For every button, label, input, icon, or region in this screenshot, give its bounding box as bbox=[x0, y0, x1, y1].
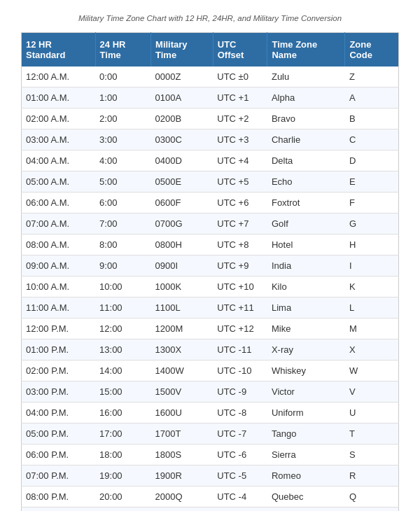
table-cell: L bbox=[345, 298, 399, 318]
table-cell: Lima bbox=[267, 298, 345, 318]
table-cell: 03:00 A.M. bbox=[22, 130, 96, 150]
table-cell: Delta bbox=[267, 150, 345, 172]
table-row: 09:00 P.M.21:002100PUTC -3PapaP bbox=[22, 507, 399, 512]
table-cell: 3:00 bbox=[95, 130, 150, 150]
table-cell: 14:00 bbox=[95, 360, 150, 382]
table-cell: R bbox=[345, 465, 399, 486]
table-cell: 4:00 bbox=[95, 150, 150, 172]
table-cell: 20:00 bbox=[95, 486, 150, 507]
table-cell: 06:00 A.M. bbox=[22, 192, 96, 214]
table-cell: Kilo bbox=[267, 276, 345, 298]
table-cell: Mike bbox=[267, 318, 345, 340]
table-row: 04:00 A.M.4:000400DUTC +4DeltaD bbox=[22, 150, 399, 172]
table-cell: 1600U bbox=[151, 402, 214, 424]
table-cell: 0900I bbox=[151, 255, 214, 276]
table-cell: 5:00 bbox=[95, 172, 150, 192]
table-cell: 0800H bbox=[151, 234, 214, 255]
column-header: Zone Code bbox=[345, 33, 399, 67]
table-cell: X bbox=[345, 340, 399, 360]
table-cell: S bbox=[345, 444, 399, 465]
table-cell: 02:00 P.M. bbox=[22, 360, 96, 382]
table-cell: UTC +8 bbox=[213, 234, 267, 255]
table-cell: 2:00 bbox=[95, 108, 150, 130]
table-row: 03:00 A.M.3:000300CUTC +3CharlieC bbox=[22, 130, 399, 150]
table-cell: UTC -4 bbox=[213, 486, 267, 507]
table-row: 08:00 A.M.8:000800HUTC +8HotelH bbox=[22, 234, 399, 255]
table-cell: 09:00 A.M. bbox=[22, 255, 96, 276]
table-cell: 05:00 P.M. bbox=[22, 424, 96, 444]
table-cell: 1:00 bbox=[95, 88, 150, 108]
table-cell: 12:00 A.M. bbox=[22, 66, 96, 88]
table-cell: I bbox=[345, 255, 399, 276]
table-row: 04:00 P.M.16:001600UUTC -8UniformU bbox=[22, 402, 399, 424]
table-cell: E bbox=[345, 172, 399, 192]
table-cell: 1700T bbox=[151, 424, 214, 444]
table-cell: 1800S bbox=[151, 444, 214, 465]
table-cell: 0200B bbox=[151, 108, 214, 130]
table-cell: V bbox=[345, 382, 399, 402]
table-cell: UTC +11 bbox=[213, 298, 267, 318]
table-cell: 07:00 P.M. bbox=[22, 465, 96, 486]
table-cell: Zulu bbox=[267, 66, 345, 88]
table-cell: Charlie bbox=[267, 130, 345, 150]
table-cell: 08:00 P.M. bbox=[22, 486, 96, 507]
table-cell: 0400D bbox=[151, 150, 214, 172]
table-cell: Quebec bbox=[267, 486, 345, 507]
page-subtitle: Military Time Zone Chart with 12 HR, 24H… bbox=[21, 14, 399, 22]
table-row: 12:00 A.M.0:000000ZUTC ±0ZuluZ bbox=[22, 66, 399, 88]
table-cell: Bravo bbox=[267, 108, 345, 130]
table-cell: 05:00 A.M. bbox=[22, 172, 96, 192]
table-cell: 07:00 A.M. bbox=[22, 214, 96, 234]
table-cell: Z bbox=[345, 66, 399, 88]
table-cell: 2000Q bbox=[151, 486, 214, 507]
table-cell: 16:00 bbox=[95, 402, 150, 424]
table-cell: Echo bbox=[267, 172, 345, 192]
table-row: 05:00 A.M.5:000500EUTC +5EchoE bbox=[22, 172, 399, 192]
table-cell: Sierra bbox=[267, 444, 345, 465]
table-cell: B bbox=[345, 108, 399, 130]
table-cell: 0:00 bbox=[95, 66, 150, 88]
table-cell: Victor bbox=[267, 382, 345, 402]
table-cell: 17:00 bbox=[95, 424, 150, 444]
table-cell: UTC +6 bbox=[213, 192, 267, 214]
table-cell: UTC +2 bbox=[213, 108, 267, 130]
table-cell: D bbox=[345, 150, 399, 172]
table-cell: 11:00 bbox=[95, 298, 150, 318]
table-cell: M bbox=[345, 318, 399, 340]
column-header: Military Time bbox=[151, 33, 214, 67]
table-cell: UTC +1 bbox=[213, 88, 267, 108]
table-cell: UTC +4 bbox=[213, 150, 267, 172]
table-cell: 12:00 P.M. bbox=[22, 318, 96, 340]
table-cell: 7:00 bbox=[95, 214, 150, 234]
table-cell: UTC ±0 bbox=[213, 66, 267, 88]
table-cell: 1100L bbox=[151, 298, 214, 318]
table-cell: P bbox=[345, 507, 399, 512]
table-cell: 1400W bbox=[151, 360, 214, 382]
table-cell: UTC -9 bbox=[213, 382, 267, 402]
table-cell: UTC -6 bbox=[213, 444, 267, 465]
table-cell: 04:00 A.M. bbox=[22, 150, 96, 172]
table-row: 12:00 P.M.12:001200MUTC +12MikeM bbox=[22, 318, 399, 340]
table-cell: Whiskey bbox=[267, 360, 345, 382]
table-cell: 0300C bbox=[151, 130, 214, 150]
table-cell: 2100P bbox=[151, 507, 214, 512]
table-cell: Romeo bbox=[267, 465, 345, 486]
column-header: 12 HR Standard bbox=[22, 33, 96, 67]
table-row: 05:00 P.M.17:001700TUTC -7TangoT bbox=[22, 424, 399, 444]
table-header-row: 12 HR Standard24 HR TimeMilitary TimeUTC… bbox=[22, 33, 399, 67]
table-row: 07:00 A.M.7:000700GUTC +7GolfG bbox=[22, 214, 399, 234]
table-cell: 0500E bbox=[151, 172, 214, 192]
table-cell: G bbox=[345, 214, 399, 234]
table-cell: 12:00 bbox=[95, 318, 150, 340]
table-cell: 08:00 A.M. bbox=[22, 234, 96, 255]
table-cell: 6:00 bbox=[95, 192, 150, 214]
table-row: 09:00 A.M.9:000900IUTC +9IndiaI bbox=[22, 255, 399, 276]
table-cell: 01:00 P.M. bbox=[22, 340, 96, 360]
table-cell: X-ray bbox=[267, 340, 345, 360]
table-cell: 13:00 bbox=[95, 340, 150, 360]
table-cell: T bbox=[345, 424, 399, 444]
table-cell: 11:00 A.M. bbox=[22, 298, 96, 318]
table-cell: Papa bbox=[267, 507, 345, 512]
table-cell: 06:00 P.M. bbox=[22, 444, 96, 465]
table-cell: UTC -11 bbox=[213, 340, 267, 360]
